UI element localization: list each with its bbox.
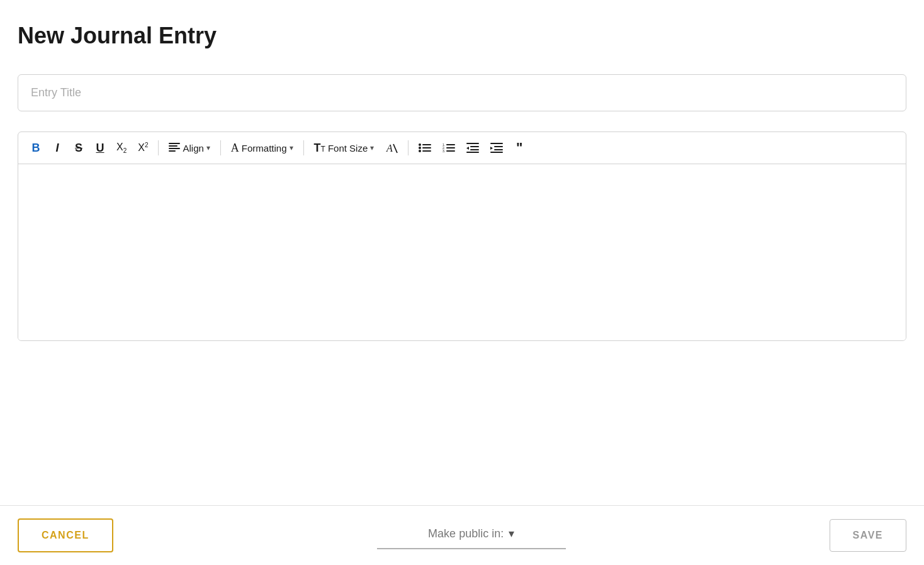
svg-rect-19 <box>470 146 479 147</box>
footer-bar: CANCEL Make public in: ▾ SAVE <box>0 505 924 565</box>
svg-point-6 <box>419 143 421 146</box>
indent-decrease-button[interactable] <box>461 137 484 159</box>
svg-rect-13 <box>446 144 455 145</box>
svg-text:A: A <box>386 143 393 154</box>
editor-container: B I S U X2 X2 <box>18 131 906 341</box>
font-size-label: Font Size <box>328 143 368 154</box>
indent-increase-button[interactable] <box>485 137 508 159</box>
svg-rect-11 <box>422 150 431 152</box>
make-public-chevron-down-icon: ▾ <box>509 527 514 540</box>
blockquote-button[interactable]: " <box>509 137 529 159</box>
entry-title-input[interactable] <box>18 74 906 111</box>
formatting-a-icon: A <box>231 142 239 155</box>
svg-rect-3 <box>169 150 176 152</box>
cancel-button[interactable]: CANCEL <box>18 518 113 552</box>
align-chevron-down-icon: ▾ <box>206 143 210 152</box>
clear-formatting-button[interactable]: A <box>380 137 403 159</box>
svg-line-5 <box>393 144 397 153</box>
svg-rect-21 <box>466 152 479 153</box>
svg-point-10 <box>419 150 421 152</box>
separator-4 <box>408 140 408 155</box>
formatting-dropdown[interactable]: A Formatting ▾ <box>226 138 298 159</box>
svg-rect-25 <box>494 149 503 150</box>
subscript-button[interactable]: X2 <box>111 137 132 159</box>
svg-marker-27 <box>490 147 493 150</box>
superscript-button[interactable]: X2 <box>133 137 153 159</box>
font-size-icon: TT <box>314 142 325 155</box>
svg-rect-18 <box>466 143 479 144</box>
save-button[interactable]: SAVE <box>830 519 906 552</box>
svg-rect-15 <box>446 147 455 148</box>
make-public-wrapper: Make public in: ▾ <box>377 522 566 549</box>
page-title: New Journal Entry <box>18 23 906 49</box>
svg-rect-9 <box>422 147 431 148</box>
underline-button[interactable]: U <box>90 137 110 159</box>
formatting-chevron-down-icon: ▾ <box>290 143 293 152</box>
editor-toolbar: B I S U X2 X2 <box>18 132 906 164</box>
svg-rect-1 <box>169 145 177 147</box>
formatting-label: Formatting <box>242 143 287 154</box>
separator-2 <box>220 140 221 155</box>
svg-rect-24 <box>494 146 503 147</box>
svg-text:3.: 3. <box>442 149 445 153</box>
svg-rect-23 <box>490 143 503 144</box>
numbered-list-button[interactable]: 1. 2. 3. <box>437 137 460 159</box>
italic-button[interactable]: I <box>47 137 67 159</box>
editor-body[interactable] <box>18 164 906 340</box>
svg-rect-17 <box>446 150 455 152</box>
make-public-dropdown[interactable]: Make public in: ▾ <box>428 522 514 545</box>
svg-rect-0 <box>169 143 180 144</box>
separator-3 <box>303 140 304 155</box>
svg-point-8 <box>419 147 421 149</box>
align-lines-icon <box>169 143 180 154</box>
font-size-dropdown[interactable]: TT Font Size ▾ <box>309 138 380 159</box>
font-size-chevron-down-icon: ▾ <box>370 143 374 152</box>
bold-button[interactable]: B <box>26 137 46 159</box>
make-public-label: Make public in: <box>428 527 504 540</box>
strikethrough-button[interactable]: S <box>69 137 89 159</box>
svg-rect-2 <box>169 148 180 149</box>
svg-marker-22 <box>466 147 469 150</box>
svg-rect-7 <box>422 144 431 145</box>
make-public-underline <box>377 548 566 549</box>
align-label: Align <box>183 143 203 154</box>
align-dropdown[interactable]: Align ▾ <box>164 139 215 157</box>
bullet-list-button[interactable] <box>414 137 436 159</box>
svg-rect-26 <box>490 152 503 153</box>
separator-1 <box>158 140 159 155</box>
svg-rect-20 <box>470 149 479 150</box>
